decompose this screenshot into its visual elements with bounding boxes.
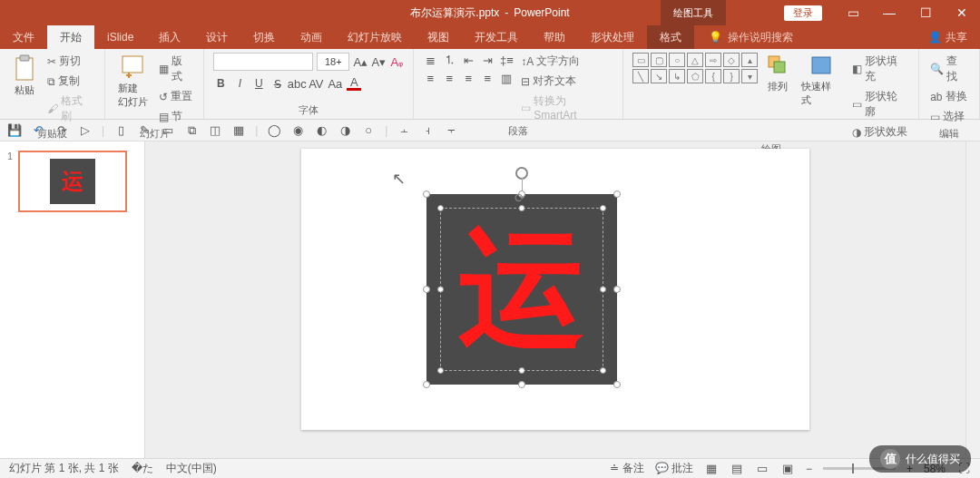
tab-islide[interactable]: iSlide (94, 25, 146, 49)
inner-handle-n[interactable] (519, 205, 525, 211)
strikethrough-button[interactable]: S̶ (270, 76, 285, 91)
slide-canvas-area[interactable]: ↖ 运 ⟳ (145, 141, 965, 473)
sorter-view-icon[interactable]: ▤ (730, 462, 744, 476)
reset-button[interactable]: ↺重置 (157, 88, 195, 105)
paste-button[interactable]: 粘贴 (9, 53, 40, 99)
shape-rbrace-icon[interactable]: } (723, 69, 740, 83)
increase-indent-button[interactable]: ⇥ (480, 53, 495, 67)
format-painter-button[interactable]: 🖌格式刷 (45, 93, 95, 125)
tab-design[interactable]: 设计 (193, 25, 240, 49)
change-case-button[interactable]: Aa (328, 76, 342, 91)
tab-file[interactable]: 文件 (0, 25, 47, 49)
font-family-select[interactable] (213, 53, 313, 71)
maximize-button[interactable]: ☐ (907, 0, 944, 25)
quick-styles-button[interactable]: 快速样式 (798, 53, 845, 109)
shape-rrect-icon[interactable]: ▢ (651, 53, 667, 67)
clear-formatting-button[interactable]: Aᵩ (389, 54, 404, 69)
inner-rotate-icon[interactable]: ⟳ (514, 190, 529, 205)
slide[interactable]: ↖ 运 ⟳ (301, 149, 809, 430)
shape-diamond-icon[interactable]: ◇ (723, 53, 740, 67)
login-button[interactable]: 登录 (784, 5, 822, 21)
tab-shapeproc[interactable]: 形状处理 (578, 25, 647, 49)
qat-merge5-icon[interactable]: ○ (361, 123, 376, 138)
zoom-out-button[interactable]: − (806, 463, 812, 475)
bold-button[interactable]: B (213, 76, 228, 91)
shape-line-icon[interactable]: ╲ (632, 69, 649, 83)
shape-arrowline-icon[interactable]: ↘ (651, 69, 667, 83)
qat-start-icon[interactable]: ▷ (78, 123, 93, 138)
resize-handle-s[interactable] (518, 381, 525, 388)
slideshow-view-icon[interactable]: ▣ (780, 462, 795, 476)
tab-insert[interactable]: 插入 (146, 25, 193, 49)
shadow-button[interactable]: abc (289, 76, 304, 91)
grow-font-button[interactable]: A▴ (353, 54, 368, 69)
bullets-button[interactable]: ≣ (423, 53, 437, 67)
inner-handle-sw[interactable] (437, 367, 444, 374)
minimize-button[interactable]: — (871, 0, 907, 25)
qat-tool4-icon[interactable]: ⧉ (184, 123, 199, 138)
inner-handle-s[interactable] (519, 367, 525, 374)
qat-tool1-icon[interactable]: ▯ (113, 123, 128, 138)
line-spacing-button[interactable]: ‡≡ (499, 53, 514, 67)
copy-button[interactable]: ⧉复制 (45, 73, 95, 90)
resize-handle-e[interactable] (613, 286, 621, 293)
shape-fill-button[interactable]: ◧形状填充 (850, 53, 909, 85)
cut-button[interactable]: ✂剪切 (45, 53, 95, 70)
align-left-button[interactable]: ≡ (423, 71, 437, 85)
redo-icon[interactable]: ↷ (54, 123, 69, 138)
shape-rarrow-icon[interactable]: ⇨ (705, 53, 721, 67)
new-slide-button[interactable]: 新建 幻灯片 (114, 53, 152, 111)
shape-elbow-icon[interactable]: ↳ (669, 69, 685, 83)
tell-me-search[interactable]: 💡 操作说明搜索 (709, 25, 793, 49)
decrease-indent-button[interactable]: ⇤ (461, 53, 475, 67)
shape-triangle-icon[interactable]: △ (687, 53, 703, 67)
tab-view[interactable]: 视图 (415, 25, 462, 49)
shapes-gallery[interactable]: ▭ ▢ ○ △ ⇨ ◇ ▴ ╲ ↘ ↳ ⬠ { } ▾ (632, 53, 758, 83)
shape-lbrace-icon[interactable]: { (705, 69, 721, 83)
replace-button[interactable]: ab替换 (928, 88, 970, 105)
select-button[interactable]: ▭选择 (928, 108, 970, 125)
qat-align2-icon[interactable]: ⫞ (420, 123, 435, 138)
convert-smartart-button[interactable]: ▭转换为 SmartArt (519, 93, 613, 122)
justify-button[interactable]: ≡ (480, 71, 495, 85)
save-icon[interactable]: 💾 (7, 123, 22, 138)
tab-transitions[interactable]: 切换 (240, 25, 288, 49)
layout-button[interactable]: ▦版式 (157, 53, 195, 85)
find-button[interactable]: 🔍查找 (928, 53, 970, 85)
resize-handle-sw[interactable] (423, 381, 430, 388)
numbering-button[interactable]: ⒈ (442, 53, 456, 67)
qat-merge1-icon[interactable]: ◯ (267, 123, 281, 138)
columns-button[interactable]: ▥ (499, 71, 514, 85)
font-color-button[interactable]: A (347, 76, 361, 91)
qat-tool5-icon[interactable]: ◫ (208, 123, 222, 138)
inner-handle-e[interactable] (600, 287, 606, 293)
reading-view-icon[interactable]: ▭ (755, 462, 769, 476)
shape-rect-icon[interactable]: ▭ (632, 53, 649, 67)
tab-format[interactable]: 格式 (647, 25, 694, 49)
qat-tool2-icon[interactable]: ✎ (137, 123, 152, 138)
qat-tool3-icon[interactable]: ▭ (161, 123, 175, 138)
underline-button[interactable]: U (251, 76, 266, 91)
tab-slideshow[interactable]: 幻灯片放映 (335, 25, 415, 49)
qat-tool6-icon[interactable]: ▦ (231, 123, 246, 138)
tab-developer[interactable]: 开发工具 (462, 25, 531, 49)
shape-hex-icon[interactable]: ⬠ (687, 69, 703, 83)
language-indicator[interactable]: 中文(中国) (166, 461, 217, 476)
tab-animations[interactable]: 动画 (288, 25, 335, 49)
font-size-select[interactable]: 18+ (317, 53, 349, 71)
shape-outline-button[interactable]: ▭形状轮廓 (850, 88, 909, 121)
inner-handle-w[interactable] (437, 287, 444, 293)
resize-handle-w[interactable] (423, 286, 430, 293)
text-selection-box[interactable]: ⟳ (440, 208, 603, 371)
slide-thumbnail-1[interactable]: 运 (18, 151, 127, 212)
arrange-button[interactable]: 排列 (763, 53, 792, 95)
text-direction-button[interactable]: ↕A文字方向 (519, 53, 613, 70)
resize-handle-ne[interactable] (613, 190, 621, 198)
spellcheck-icon[interactable]: �た (132, 461, 153, 476)
qat-align3-icon[interactable]: ⫟ (444, 123, 458, 138)
notes-button[interactable]: ≐ 备注 (610, 461, 643, 476)
align-right-button[interactable]: ≡ (461, 71, 475, 85)
shape-more-down-icon[interactable]: ▾ (741, 69, 758, 83)
qat-align1-icon[interactable]: ⫠ (397, 123, 411, 138)
resize-handle-se[interactable] (613, 381, 621, 388)
